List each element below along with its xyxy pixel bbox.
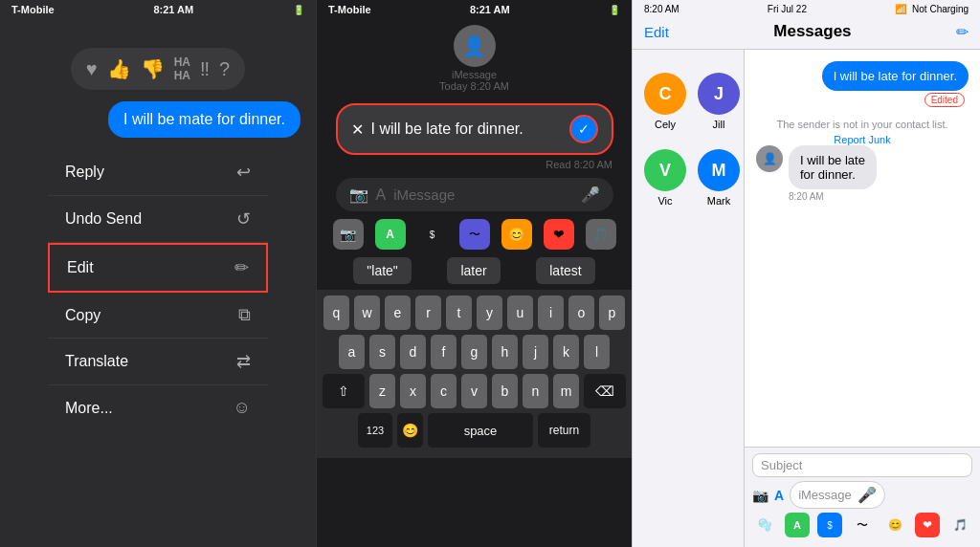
sticker-icon[interactable]: 😊 (501, 219, 532, 250)
key-o[interactable]: o (568, 295, 594, 330)
thumbs-up-reaction[interactable]: 👍 (107, 57, 131, 80)
key-space[interactable]: space (428, 413, 533, 448)
edit-button[interactable]: Edit (644, 24, 669, 40)
thumbs-down-reaction[interactable]: 👎 (141, 57, 165, 80)
key-x[interactable]: x (400, 374, 426, 408)
key-y[interactable]: y (477, 295, 502, 330)
more-label: More... (65, 400, 113, 417)
report-junk-link[interactable]: Report Junk (756, 134, 969, 145)
apps-icon[interactable]: A (376, 186, 387, 204)
key-c[interactable]: c (431, 374, 457, 408)
key-f[interactable]: f (431, 335, 457, 369)
key-emoji[interactable]: 😊 (397, 413, 423, 448)
suggestion-3[interactable]: latest (536, 257, 594, 284)
ipad-memoji-icon[interactable]: 🫧 (752, 513, 777, 537)
key-i[interactable]: i (538, 295, 564, 330)
heart-reaction[interactable]: ♥ (86, 58, 98, 80)
carrier-label2: T-Mobile (328, 4, 371, 15)
contact-name-vic1: Vic (657, 195, 672, 207)
contact-jill[interactable]: J Jill (694, 65, 744, 138)
appstore-icon[interactable]: A (375, 219, 406, 250)
suggestion-1[interactable]: "late" (353, 257, 412, 284)
panel2-edit-message: T-Mobile 8:21 AM 🔋 👤 iMessage Today 8:20… (316, 0, 632, 547)
camera-icon[interactable]: 📷 (349, 186, 368, 204)
key-e[interactable]: e (385, 295, 411, 330)
imessage-input-bar[interactable]: 📷 A iMessage 🎤 (336, 178, 613, 211)
key-a[interactable]: a (339, 335, 365, 369)
close-button[interactable]: ✕ (351, 120, 364, 139)
ipad-sticker-icon[interactable]: 😊 (882, 513, 907, 537)
subject-field[interactable]: Subject (752, 453, 972, 477)
mic-icon[interactable]: 🎤 (581, 186, 600, 204)
key-k[interactable]: k (553, 335, 579, 369)
ipad-mic-icon[interactable]: 🎤 (858, 486, 877, 504)
key-w[interactable]: w (354, 295, 380, 330)
ipad-hearts-icon[interactable]: ❤ (915, 513, 940, 537)
key-backspace[interactable]: ⌫ (584, 374, 626, 408)
ipad-message-row[interactable]: iMessage 🎤 (790, 481, 885, 509)
key-j[interactable]: j (523, 335, 548, 369)
key-g[interactable]: g (461, 335, 487, 369)
key-v[interactable]: v (461, 374, 487, 408)
key-z[interactable]: z (369, 374, 395, 408)
key-s[interactable]: s (369, 335, 395, 369)
compose-button[interactable]: ✏ (956, 23, 969, 41)
imessage-label: iMessage (452, 69, 497, 80)
keyboard-row-3: ⇧ z x c v b n m ⌫ (321, 374, 628, 408)
original-message-bubble: I will be mate for dinner. (108, 101, 301, 138)
key-t[interactable]: t (446, 295, 472, 330)
reaction-bar[interactable]: ♥ 👍 👎 HAHA ‼ ? (71, 48, 245, 90)
key-shift[interactable]: ⇧ (323, 374, 365, 408)
waveform-icon[interactable]: 〜 (459, 219, 490, 250)
ipad-time: 8:20 AM (644, 4, 679, 14)
menu-item-copy[interactable]: Copy ⧉ (48, 293, 268, 339)
camera-icon-ipad[interactable]: 📷 (752, 488, 768, 503)
apps-icon-ipad[interactable]: A (774, 488, 784, 503)
menu-item-reply[interactable]: Reply ↩ (48, 149, 268, 196)
carrier-label: T-Mobile (11, 4, 55, 15)
key-return[interactable]: return (538, 413, 590, 448)
music-icon[interactable]: 🎵 (586, 219, 616, 250)
ipad-audio-icon[interactable]: 〜 (850, 513, 875, 537)
contact-vic[interactable]: V Vic (640, 142, 690, 214)
menu-item-edit[interactable]: Edit ✏ (48, 243, 268, 293)
confirm-edit-button[interactable]: ✓ (569, 115, 598, 143)
bubble-text: I will be mate for dinner. (123, 111, 285, 127)
avatar-vic1: V (644, 149, 686, 191)
key-n[interactable]: n (523, 374, 548, 408)
question-reaction[interactable]: ? (219, 58, 230, 80)
camera-app-icon[interactable]: 📷 (333, 219, 364, 250)
ipad-message-input[interactable]: iMessage (798, 488, 852, 502)
key-m[interactable]: m (553, 374, 579, 408)
suggestion-2[interactable]: later (447, 257, 500, 284)
contact-cely[interactable]: C Cely (640, 65, 690, 138)
key-l[interactable]: l (584, 335, 610, 369)
contact-mark[interactable]: M Mark (694, 142, 744, 214)
key-d[interactable]: d (400, 335, 426, 369)
battery-icon2: 🔋 (609, 5, 620, 15)
key-p[interactable]: p (599, 295, 625, 330)
exclaim-reaction[interactable]: ‼ (200, 58, 210, 80)
edit-label: Edit (67, 259, 94, 276)
menu-item-undo-send[interactable]: Undo Send ↺ (48, 196, 268, 243)
ipad-music-icon[interactable]: 🎵 (947, 513, 972, 537)
ipad-appstore-icon[interactable]: A (785, 513, 810, 537)
key-123[interactable]: 123 (358, 413, 392, 448)
apple-cash-icon[interactable]: $ (417, 219, 448, 250)
haha-reaction[interactable]: HAHA (174, 55, 190, 82)
ipad-content: C Cely J Jill L Lia V Vic M Mark (633, 50, 980, 547)
ipad-cash-icon[interactable]: $ (817, 513, 842, 537)
keyboard-row-1: q w e r t y u i o p (321, 295, 628, 330)
key-q[interactable]: q (323, 295, 349, 330)
message-placeholder[interactable]: iMessage (393, 186, 572, 203)
status-icons2: 🔋 (609, 5, 620, 15)
key-b[interactable]: b (492, 374, 518, 408)
key-h[interactable]: h (492, 335, 518, 369)
key-u[interactable]: u (507, 295, 533, 330)
key-r[interactable]: r (415, 295, 441, 330)
edit-input-area[interactable]: ✕ I will be late for dinner. ✓ (336, 103, 613, 155)
edit-text-field[interactable]: I will be late for dinner. (371, 120, 562, 138)
menu-item-translate[interactable]: Translate ⇄ (48, 339, 268, 385)
menu-item-more[interactable]: More... ☺ (48, 385, 268, 430)
hearts-icon[interactable]: ❤ (544, 219, 574, 250)
